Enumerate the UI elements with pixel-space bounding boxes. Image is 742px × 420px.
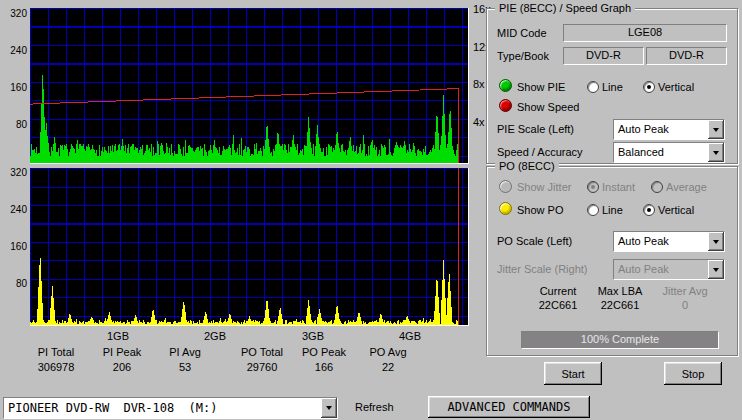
arrow-down-icon	[713, 240, 719, 244]
pie-ytick: 160	[1, 82, 27, 93]
stat-label: PO Avg	[353, 346, 423, 358]
po-scale-value: Auto Peak	[618, 235, 669, 247]
dropdown-arrow-icon	[708, 260, 724, 279]
po-line-label: Line	[602, 204, 623, 216]
xtick-3gb: 3GB	[293, 330, 333, 342]
po-line-radio[interactable]	[587, 204, 599, 216]
pie-scale-label: PIE Scale (Left)	[497, 123, 574, 135]
show-jitter-led-icon	[499, 180, 512, 193]
show-speed-label: Show Speed	[517, 101, 579, 113]
current-value: 22C661	[527, 299, 589, 311]
show-po-led-icon[interactable]	[499, 202, 512, 215]
pie-graph-plot	[30, 8, 469, 164]
po-scale-select[interactable]: Auto Peak	[613, 231, 725, 252]
progress-bar: 100% Complete	[521, 331, 719, 349]
refresh-button[interactable]: Refresh	[355, 401, 394, 413]
pie-line-label: Line	[602, 81, 623, 93]
pie-ytick: 240	[1, 45, 27, 56]
dropdown-arrow-icon[interactable]	[321, 398, 337, 418]
po-ytick: 320	[1, 167, 27, 178]
pie-group-title: PIE (8ECC) / Speed Graph	[495, 2, 635, 14]
start-button[interactable]: Start	[544, 362, 602, 385]
stat-po-avg: PO Avg 22	[353, 346, 423, 373]
pie-scale-value: Auto Peak	[618, 123, 669, 135]
po-graph-canvas	[30, 168, 468, 325]
xtick-2gb: 2GB	[195, 330, 235, 342]
app-window: 320 240 160 80 320 240 160 80 16x 12x 8x…	[0, 0, 742, 420]
po-settings-group: PO (8ECC) Show Jitter Instant Average Sh…	[486, 166, 738, 356]
speed-accuracy-value: Balanced	[618, 146, 664, 158]
type-book-label: Type/Book	[497, 50, 549, 62]
jitter-average-radio	[651, 181, 663, 193]
type-value: DVD-R	[563, 47, 644, 65]
book-value: DVD-R	[646, 47, 727, 65]
speed-ytick: 8x	[473, 78, 485, 90]
po-ytick: 160	[1, 241, 27, 252]
show-speed-led-icon[interactable]	[499, 99, 512, 112]
po-group-title: PO (8ECC)	[495, 160, 559, 172]
arrow-down-icon	[713, 268, 719, 272]
stop-button[interactable]: Stop	[664, 362, 722, 385]
pie-ytick: 320	[1, 8, 27, 19]
dropdown-arrow-icon[interactable]	[708, 120, 724, 139]
drive-select[interactable]: PIONEER DVD-RW DVR-108 (M:)	[3, 397, 338, 419]
po-ytick: 240	[1, 204, 27, 215]
stat-label: PI Avg	[150, 346, 220, 358]
show-pie-label: Show PIE	[517, 81, 565, 93]
stat-pi-peak: PI Peak 206	[87, 346, 157, 373]
jitter-avg-label: Jitter Avg	[653, 285, 717, 297]
arrow-down-icon	[713, 128, 719, 132]
stat-value: 53	[150, 361, 220, 373]
advanced-commands-button[interactable]: ADVANCED COMMANDS	[428, 396, 590, 418]
jitter-scale-label: Jitter Scale (Right)	[497, 263, 587, 275]
po-ytick: 80	[1, 278, 27, 289]
pie-vertical-label: Vertical	[658, 81, 694, 93]
stat-label: PO Total	[227, 346, 297, 358]
po-vertical-label: Vertical	[658, 204, 694, 216]
pie-scale-select[interactable]: Auto Peak	[613, 119, 725, 140]
pie-ytick: 80	[1, 119, 27, 130]
pie-vertical-radio[interactable]	[643, 81, 655, 93]
mid-code-value: LGE08	[563, 24, 727, 42]
pie-settings-group: PIE (8ECC) / Speed Graph MID Code LGE08 …	[486, 8, 738, 164]
stat-po-total: PO Total 29760	[227, 346, 297, 373]
arrow-down-icon	[326, 406, 332, 410]
jitter-scale-select: Auto Peak	[613, 259, 725, 280]
po-vertical-radio[interactable]	[643, 204, 655, 216]
jitter-avg-value: 0	[653, 299, 717, 311]
dropdown-arrow-icon[interactable]	[708, 143, 724, 162]
stat-po-peak: PO Peak 166	[289, 346, 359, 373]
stat-value: 29760	[227, 361, 297, 373]
stat-value: 306978	[21, 361, 91, 373]
xtick-1gb: 1GB	[98, 330, 138, 342]
stat-label: PO Peak	[289, 346, 359, 358]
jitter-average-label: Average	[666, 181, 707, 193]
mid-code-label: MID Code	[497, 27, 547, 39]
stat-pi-total: PI Total 306978	[21, 346, 91, 373]
pie-line-radio[interactable]	[587, 81, 599, 93]
show-jitter-label: Show Jitter	[517, 181, 571, 193]
stat-pi-avg: PI Avg 53	[150, 346, 220, 373]
po-graph-plot	[30, 168, 469, 326]
po-scale-label: PO Scale (Left)	[497, 235, 572, 247]
pie-graph-canvas	[30, 8, 468, 163]
speed-accuracy-select[interactable]: Balanced	[613, 142, 725, 163]
speed-ytick: 4x	[473, 116, 485, 128]
stat-label: PI Peak	[87, 346, 157, 358]
speed-accuracy-label: Speed / Accuracy	[497, 146, 583, 158]
max-lba-value: 22C661	[589, 299, 651, 311]
drive-select-value: PIONEER DVD-RW DVR-108 (M:)	[8, 401, 218, 415]
show-po-label: Show PO	[517, 204, 563, 216]
jitter-scale-value: Auto Peak	[618, 263, 669, 275]
xtick-4gb: 4GB	[390, 330, 430, 342]
show-pie-led-icon[interactable]	[499, 79, 512, 92]
dropdown-arrow-icon[interactable]	[708, 232, 724, 251]
jitter-instant-radio	[587, 181, 599, 193]
stat-value: 166	[289, 361, 359, 373]
current-label: Current	[527, 285, 589, 297]
stat-value: 206	[87, 361, 157, 373]
stat-value: 22	[353, 361, 423, 373]
max-lba-label: Max LBA	[589, 285, 651, 297]
jitter-instant-label: Instant	[602, 181, 635, 193]
arrow-down-icon	[713, 151, 719, 155]
